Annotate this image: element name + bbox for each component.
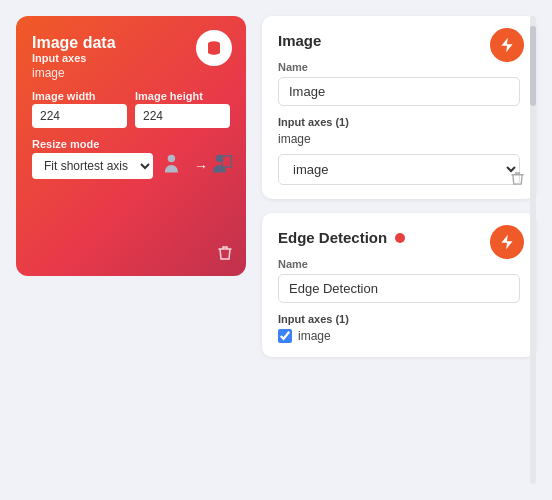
resize-row: Fit shortest axis Fit longest axis Crop …	[32, 152, 230, 180]
image-data-title: Image data	[32, 34, 116, 51]
edge-name-section: Name	[278, 258, 520, 313]
image-width-section: Image width	[32, 90, 127, 128]
edge-detection-lightning-button[interactable]	[490, 225, 524, 259]
arrow-icon: →	[194, 158, 208, 174]
edge-checkbox-row: image	[278, 329, 520, 343]
edge-lightning-icon	[499, 234, 515, 250]
resize-mode-label: Resize mode	[32, 138, 230, 150]
person-after-icon	[211, 152, 239, 180]
image-data-card: Image data Input axes image Image width …	[16, 16, 246, 276]
svg-point-1	[168, 155, 175, 162]
edge-image-checkbox[interactable]	[278, 329, 292, 343]
image-name-label: Name	[278, 61, 520, 73]
right-column: Image Name Input axes (1) image image ot…	[262, 16, 536, 484]
image-name-input[interactable]	[278, 77, 520, 106]
scrollbar-track[interactable]	[530, 16, 536, 484]
edge-name-input[interactable]	[278, 274, 520, 303]
image-panel-title: Image	[278, 32, 520, 49]
trash-icon-gray	[511, 171, 524, 186]
edge-input-axes-section: Input axes (1) image	[278, 313, 520, 343]
edge-name-label: Name	[278, 258, 520, 270]
scrollbar-thumb[interactable]	[530, 26, 536, 106]
edge-input-axes-label: Input axes (1)	[278, 313, 520, 325]
edge-detection-title: Edge Detection	[278, 229, 387, 246]
image-width-label: Image width	[32, 90, 127, 102]
edge-detection-card: Edge Detection Name Input axes (1) image	[262, 213, 536, 357]
image-name-section: Name	[278, 61, 520, 116]
image-panel-delete-button[interactable]	[511, 171, 524, 189]
image-data-delete-button[interactable]	[218, 245, 232, 264]
image-height-section: Image height	[135, 90, 230, 128]
transform-icon-group: →	[163, 152, 239, 180]
edge-checkbox-label: image	[298, 329, 331, 343]
lightning-icon	[499, 37, 515, 53]
red-dot-indicator	[395, 233, 405, 243]
image-height-label: Image height	[135, 90, 230, 102]
image-axes-select[interactable]: image other	[278, 154, 520, 185]
image-input-axes-section: Input axes (1) image image other	[278, 116, 520, 185]
image-panel-card: Image Name Input axes (1) image image ot…	[262, 16, 536, 199]
input-axes-value: image	[32, 66, 230, 80]
image-width-input[interactable]	[32, 104, 127, 128]
input-axes-label: Input axes	[32, 52, 230, 64]
person-before-icon	[163, 152, 191, 180]
input-axes-section: Input axes image	[32, 52, 230, 80]
svg-rect-3	[222, 156, 231, 167]
dimensions-row: Image width Image height	[32, 90, 230, 128]
edge-title-row: Edge Detection	[278, 229, 520, 246]
image-input-axes-label: Input axes (1)	[278, 116, 520, 128]
image-panel-lightning-button[interactable]	[490, 28, 524, 62]
image-axes-value: image	[278, 132, 520, 146]
left-column: Image data Input axes image Image width …	[16, 16, 246, 484]
image-height-input[interactable]	[135, 104, 230, 128]
trash-icon	[218, 245, 232, 261]
resize-mode-select[interactable]: Fit shortest axis Fit longest axis Crop …	[32, 153, 153, 179]
resize-mode-section: Resize mode Fit shortest axis Fit longes…	[32, 138, 230, 180]
